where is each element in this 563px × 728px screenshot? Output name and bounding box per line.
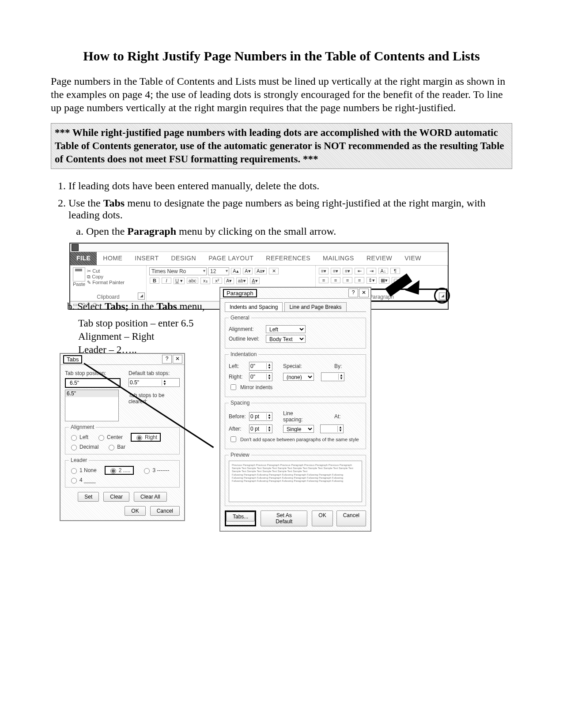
indent-right-spin[interactable]: ▲▼: [249, 372, 272, 381]
mirror-indents-checkbox[interactable]: [230, 384, 236, 390]
outline-select[interactable]: Body Text: [266, 335, 306, 343]
ribbon-tab-home[interactable]: HOME: [97, 252, 128, 265]
at-spin[interactable]: ▲▼: [320, 424, 344, 433]
tab-stop-list-item[interactable]: 6.5": [65, 390, 118, 397]
paste-button[interactable]: Paste: [73, 281, 85, 287]
align-decimal-radio[interactable]: Decimal: [69, 443, 98, 450]
bold-button[interactable]: B: [150, 278, 159, 284]
align-bar-radio[interactable]: Bar: [106, 443, 125, 450]
tab-stop-position-highlight: [65, 378, 121, 388]
line-spacing-select[interactable]: Single: [283, 425, 314, 433]
align-left-radio[interactable]: Left: [69, 433, 88, 442]
align-right-icon[interactable]: ≡: [343, 277, 352, 283]
tab-stop-list[interactable]: 6.5": [65, 390, 119, 421]
clipboard-launcher-icon[interactable]: ◢: [138, 293, 145, 300]
font-color-icon[interactable]: A▾: [250, 278, 260, 284]
shrink-font-icon[interactable]: A▾: [243, 268, 253, 274]
justify-icon[interactable]: ≡: [355, 277, 364, 283]
ribbon-tab-view[interactable]: VIEW: [398, 252, 427, 265]
numbering-icon[interactable]: ≡▾: [331, 268, 340, 274]
clear-format-icon[interactable]: ✕: [269, 268, 279, 274]
sort-icon[interactable]: A↓: [378, 268, 388, 274]
step-2b-line2: Alignment – Right: [78, 330, 210, 343]
help-icon[interactable]: ?: [348, 289, 358, 297]
change-case-icon[interactable]: Aa▾: [255, 268, 267, 274]
line-spacing-label: Line spacing:: [283, 410, 314, 423]
underline-button[interactable]: U ▾: [174, 278, 185, 284]
help-icon[interactable]: ?: [162, 355, 172, 364]
by-spin[interactable]: ▲▼: [321, 372, 344, 381]
default-tab-stops-spin[interactable]: ▲▼: [128, 378, 180, 387]
highlight-icon[interactable]: ab▾: [236, 278, 248, 284]
font-name-dropdown[interactable]: Times New Ro: [149, 267, 207, 275]
borders-icon[interactable]: ▢▾: [392, 277, 402, 284]
before-label: Before:: [229, 413, 246, 420]
outline-label: Outline level:: [229, 336, 263, 342]
set-button[interactable]: Set: [78, 492, 99, 502]
bullets-icon[interactable]: ≡▾: [319, 268, 329, 274]
align-center-icon[interactable]: ≡: [331, 277, 340, 283]
paste-icon[interactable]: [73, 267, 85, 281]
grow-font-icon[interactable]: A▴: [231, 268, 241, 274]
tab-stop-position-input[interactable]: [68, 379, 117, 387]
by-label: By:: [334, 363, 345, 369]
ok-button[interactable]: OK: [312, 510, 333, 526]
increase-indent-icon[interactable]: ⇥: [367, 268, 376, 274]
ok-button[interactable]: OK: [125, 506, 145, 516]
clear-button[interactable]: Clear: [103, 492, 129, 502]
close-icon[interactable]: ✕: [173, 355, 182, 364]
tabs-button[interactable]: Tabs...: [226, 512, 255, 522]
warning-block: *** While right-justified page numbers w…: [51, 123, 512, 169]
tabs-dialog: Tabs ? ✕ Tab stop position: 6.5" Default…: [60, 353, 185, 521]
copy-button[interactable]: ⧉ Copy: [87, 274, 125, 280]
paragraph-launcher-icon[interactable]: ◢: [439, 293, 446, 300]
align-center-radio[interactable]: Center: [96, 433, 123, 442]
leader-3-radio[interactable]: 3 -------: [142, 466, 169, 475]
dont-add-space-checkbox[interactable]: [230, 436, 236, 442]
indent-left-spin[interactable]: ▲▼: [249, 362, 272, 371]
cancel-button[interactable]: Cancel: [150, 506, 180, 516]
clipboard-group: Paste ✂ Cut ⧉ Copy ✎ Format Painter Clip…: [70, 266, 147, 301]
italic-button[interactable]: I: [162, 278, 171, 284]
tab-indents-spacing[interactable]: Indents and Spacing: [225, 302, 283, 311]
ribbon-tab-insert[interactable]: INSERT: [128, 252, 165, 265]
set-as-default-button[interactable]: Set As Default: [261, 510, 307, 526]
tab-stop-position-label: Tab stop position:: [65, 370, 121, 376]
clear-all-button[interactable]: Clear All: [134, 492, 167, 502]
ribbon-tab-design[interactable]: DESIGN: [165, 252, 202, 265]
show-marks-icon[interactable]: ¶: [390, 268, 400, 274]
subscript-button[interactable]: x₂: [200, 278, 210, 284]
app-icon: [72, 244, 79, 251]
alignment-select[interactable]: Left: [266, 325, 306, 333]
leader-4-radio[interactable]: 4 ____: [69, 477, 96, 484]
close-icon[interactable]: ✕: [359, 289, 369, 297]
preview-box: Previous Paragraph Previous Paragraph Pr…: [229, 461, 362, 502]
cut-button[interactable]: ✂ Cut: [87, 268, 125, 274]
text-effects-icon[interactable]: A▾: [224, 278, 234, 284]
line-spacing-icon[interactable]: ⇕▾: [367, 277, 377, 284]
multilevel-icon[interactable]: ≡▾: [343, 268, 352, 274]
font-size-dropdown[interactable]: 12: [208, 267, 229, 275]
align-left-icon[interactable]: ≡: [319, 277, 329, 283]
ribbon-tab-review[interactable]: REVIEW: [360, 252, 398, 265]
ribbon-tab-mailings[interactable]: MAILINGS: [317, 252, 360, 265]
decrease-indent-icon[interactable]: ⇤: [355, 268, 364, 274]
ribbon-tab-file[interactable]: FILE: [70, 252, 97, 265]
ribbon-tab-pagelayout[interactable]: PAGE LAYOUT: [202, 252, 260, 265]
strike-button[interactable]: abc: [187, 278, 198, 284]
shading-icon[interactable]: ▦▾: [379, 277, 389, 284]
leader-1-radio[interactable]: 1 None: [69, 466, 97, 475]
format-painter-button[interactable]: ✎ Format Painter: [87, 280, 125, 285]
cancel-button[interactable]: Cancel: [336, 510, 366, 526]
spacing-legend: Spacing: [229, 400, 251, 406]
special-select[interactable]: (none): [283, 373, 314, 381]
ribbon-tab-references[interactable]: REFERENCES: [260, 252, 317, 265]
leader-2-radio[interactable]: 2 .....: [108, 467, 131, 474]
align-right-radio[interactable]: Right: [134, 434, 157, 441]
tab-line-page-breaks[interactable]: Line and Page Breaks: [284, 302, 346, 311]
before-spin[interactable]: ▲▼: [249, 412, 272, 421]
after-spin[interactable]: ▲▼: [249, 424, 272, 433]
alignment-legend: Alignment: [69, 424, 96, 430]
step-2: Use the Tabs menu to designate the page …: [68, 197, 512, 237]
superscript-button[interactable]: x²: [212, 278, 222, 284]
